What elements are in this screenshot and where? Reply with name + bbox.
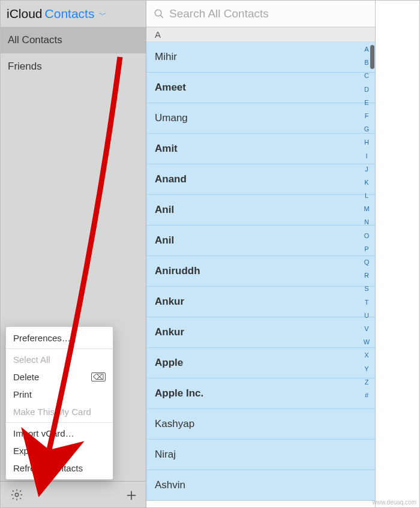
contact-row[interactable]: Umang xyxy=(146,103,375,134)
index-letter[interactable]: A xyxy=(364,46,368,53)
menu-item-label: Import vCard… xyxy=(13,428,74,438)
contacts-column: A MihirAmeetUmangAmitAnandAnilAnilAnirud… xyxy=(146,1,376,507)
contact-row[interactable]: Kashyap xyxy=(146,409,375,440)
menu-print[interactable]: Print xyxy=(6,386,113,403)
menu-item-label: Delete xyxy=(13,372,39,382)
menu-select-all: Select All xyxy=(6,351,113,368)
index-letter[interactable]: Q xyxy=(364,259,370,266)
contact-row[interactable]: Ankur xyxy=(146,287,375,317)
menu-separator xyxy=(6,422,113,423)
contacts-list[interactable]: MihirAmeetUmangAmitAnandAnilAnilAniruddh… xyxy=(146,42,375,507)
sidebar-header: iCloud Contacts ﹀ xyxy=(1,1,146,27)
menu-separator xyxy=(6,348,113,349)
watermark: www.deuaq.com xyxy=(373,499,416,506)
index-letter[interactable]: F xyxy=(365,113,369,119)
brand: iCloud xyxy=(7,7,43,21)
contact-row[interactable]: Amit xyxy=(146,134,375,164)
menu-item-label: Refresh Contacts xyxy=(13,463,83,473)
svg-line-2 xyxy=(160,15,163,18)
search-input[interactable] xyxy=(169,7,368,20)
search-bar[interactable] xyxy=(146,1,375,27)
index-letter[interactable]: R xyxy=(364,272,369,279)
contact-row[interactable]: Mihir xyxy=(146,42,375,73)
gear-icon[interactable] xyxy=(10,488,23,501)
app-menu[interactable]: Contacts ﹀ xyxy=(45,7,107,21)
sidebar-footer: ＋ xyxy=(1,481,146,507)
menu-preferences[interactable]: Preferences… xyxy=(6,329,113,347)
index-letter[interactable]: U xyxy=(364,312,369,319)
detail-pane xyxy=(376,1,419,507)
index-letter[interactable]: # xyxy=(365,392,368,399)
menu-item-label: Select All xyxy=(13,354,50,365)
app-title-label: Contacts xyxy=(45,7,95,20)
index-letter[interactable]: K xyxy=(364,179,368,186)
menu-export-vcard[interactable]: Export vCard… xyxy=(6,442,113,459)
index-letter[interactable]: G xyxy=(364,126,370,133)
index-letter[interactable]: E xyxy=(364,100,368,106)
index-letter[interactable]: B xyxy=(364,59,368,66)
index-letter[interactable]: P xyxy=(364,246,368,253)
menu-make-my-card: Make This My Card xyxy=(6,403,113,420)
index-letter[interactable]: I xyxy=(365,153,367,160)
index-letter[interactable]: W xyxy=(364,339,370,345)
delete-key-icon: ⌫ xyxy=(91,372,106,381)
index-letter[interactable]: O xyxy=(364,233,370,239)
svg-point-0 xyxy=(15,493,19,497)
search-icon xyxy=(154,8,164,19)
contact-row[interactable]: Anil xyxy=(146,226,375,256)
contact-row[interactable]: Anand xyxy=(146,164,375,195)
menu-item-label: Preferences… xyxy=(13,333,71,343)
index-letter[interactable]: C xyxy=(364,73,369,79)
contact-row[interactable]: Ameet xyxy=(146,73,375,103)
contact-row[interactable]: Ankur xyxy=(146,317,375,348)
index-letter[interactable]: L xyxy=(365,193,368,199)
menu-refresh-contacts[interactable]: Refresh Contacts xyxy=(6,459,113,477)
menu-import-vcard[interactable]: Import vCard… xyxy=(6,425,113,442)
index-letter[interactable]: X xyxy=(364,352,368,359)
index-letter[interactable]: J xyxy=(365,166,368,173)
index-letter[interactable]: H xyxy=(364,139,369,146)
index-letter[interactable]: T xyxy=(365,299,369,306)
contact-row[interactable]: Apple xyxy=(146,348,375,378)
contact-row[interactable]: Niraj xyxy=(146,440,375,470)
index-letter[interactable]: Y xyxy=(364,366,368,372)
scrollbar-thumb[interactable] xyxy=(370,45,374,69)
index-letter[interactable]: Z xyxy=(365,379,369,386)
contact-row[interactable]: Apple Inc. xyxy=(146,378,375,409)
section-header: A xyxy=(146,27,375,42)
index-letter[interactable]: S xyxy=(364,285,368,292)
svg-point-1 xyxy=(155,10,161,16)
contact-row[interactable]: Aniruddh xyxy=(146,256,375,287)
alpha-index[interactable]: ABCDEFGHIJKLMNOPQRSTUVWXYZ# xyxy=(362,46,371,399)
contact-row[interactable]: Anil xyxy=(146,195,375,226)
index-letter[interactable]: N xyxy=(364,219,369,226)
index-letter[interactable]: D xyxy=(364,86,369,93)
menu-item-label: Print xyxy=(13,389,32,399)
sidebar-group-item[interactable]: All Contacts xyxy=(1,27,146,53)
index-letter[interactable]: M xyxy=(364,206,369,212)
menu-item-label: Export vCard… xyxy=(13,446,75,456)
plus-icon[interactable]: ＋ xyxy=(123,488,136,501)
contact-row[interactable]: Ashvin xyxy=(146,470,375,501)
menu-delete[interactable]: Delete ⌫ xyxy=(6,368,113,386)
menu-item-label: Make This My Card xyxy=(13,407,91,417)
index-letter[interactable]: V xyxy=(364,326,368,332)
sidebar-group-item[interactable]: Friends xyxy=(1,53,146,80)
settings-context-menu: Preferences… Select All Delete ⌫ Print M… xyxy=(5,326,113,480)
chevron-down-icon: ﹀ xyxy=(99,10,107,19)
